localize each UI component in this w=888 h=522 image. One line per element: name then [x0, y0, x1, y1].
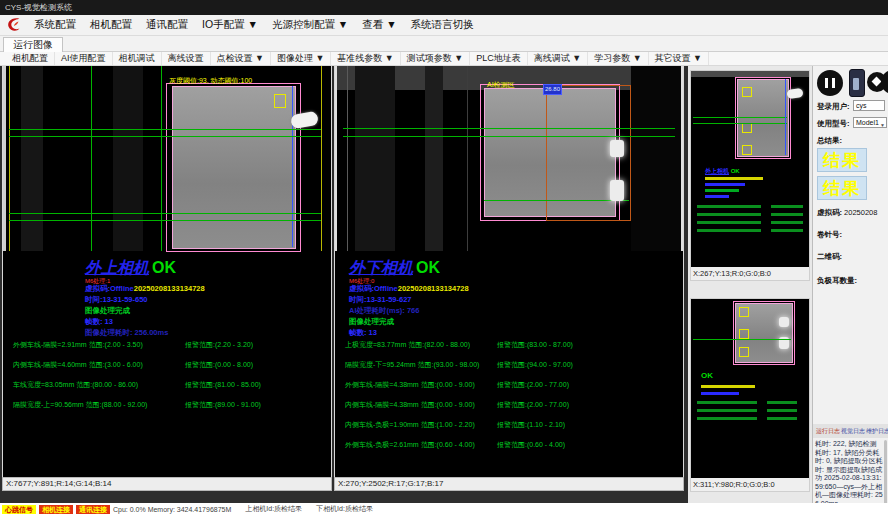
measurement-row: 内侧车线-隔膜=4.38mm 范围:(0.00 - 9.00) 报警范围:(2.… — [345, 400, 663, 410]
ok-status-label: OK — [152, 259, 176, 276]
measure-text: 外侧车线-隔膜=2.91mm 范围:(2.00 - 3.50) — [13, 340, 143, 350]
pixel-coords-upper: X:7677;Y:891;R:14;G:14;B:14 — [2, 477, 332, 491]
mini-row-bar — [771, 205, 803, 208]
comm-connection-badge: 通讯连接 — [76, 505, 110, 514]
tab-run-image[interactable]: 运行图像 — [3, 37, 63, 52]
toolbar: 相机配置 AI使用配置 相机调试 离线设置 点检设置 ▼ 图像处理 ▼ 基准线参… — [0, 52, 888, 66]
frame-count-label: 帧数: 13 — [349, 328, 377, 338]
roi-yellow-box — [739, 307, 749, 317]
pixel-coords-lower: X:270;Y:2502;R:17;G:17;B:17 — [334, 477, 684, 491]
yellow-guide-line — [321, 66, 322, 251]
menu-camera-config[interactable]: 相机配置 — [83, 18, 139, 32]
result-box-1: 结果 — [817, 148, 867, 172]
tool-testitem-params[interactable]: 测试项参数 ▼ — [401, 52, 470, 65]
tab-vision-log[interactable]: 视觉日志 — [841, 427, 865, 436]
measure-text: 车线宽度=83.05mm 范围:(80.00 - 86.00) — [13, 380, 138, 390]
measure-text: 内侧车线-隔膜=4.38mm 范围:(0.00 - 9.00) — [345, 400, 475, 410]
mini-row-bar — [697, 401, 757, 404]
part-image — [172, 86, 296, 249]
mini-row-bar — [767, 409, 797, 412]
mini-text-bar — [701, 392, 739, 395]
model-label: 使用型号: — [817, 119, 850, 129]
measurement-row: 隔膜宽度-上=90.56mm 范围:(88.00 - 92.00) 报警范围:(… — [13, 400, 331, 410]
time-label: 时间:13-31-59-650 — [85, 295, 148, 305]
image-edge — [681, 66, 683, 251]
mini-result-status: OK — [701, 371, 713, 380]
app-logo-icon — [4, 16, 24, 34]
cpu-memory-status: Cpu: 0.0% Memory: 3424.41796875M — [113, 506, 231, 513]
control-sidebar: 登录用户: cys 使用型号: Model1 ▼ 总结果: 结果 结果 虚拟码:… — [812, 66, 888, 503]
image-edge — [335, 66, 337, 251]
roi-yellow-box — [739, 329, 749, 339]
menu-view[interactable]: 查看 ▼ — [355, 18, 403, 32]
measurement-row: 车线宽度=83.05mm 范围:(80.00 - 86.00) 报警范围:(81… — [13, 380, 331, 390]
mini-text-bar — [705, 183, 745, 186]
machine-edge-line — [347, 66, 348, 251]
tool-learning-params[interactable]: 学习参数 ▼ — [588, 52, 648, 65]
blue-edge-line — [785, 79, 786, 155]
user-label: 登录用户: — [817, 102, 850, 112]
lower-camera-status: 下相机Id:质检结果 — [316, 504, 373, 514]
tab-highlight — [610, 180, 624, 201]
tool-ai-config[interactable]: AI使用配置 — [55, 52, 113, 65]
camera-device-button[interactable] — [849, 69, 865, 97]
mini-camera-panel-bottom[interactable]: OK X:311;Y:980;R:0;G:0;B:0 — [690, 298, 810, 492]
process-done-label: 图像处理完成 — [85, 306, 130, 316]
pause-icon — [825, 78, 828, 88]
threshold-overlay-label: 灰度阈值:93, 动态阈值:100 — [169, 76, 252, 86]
green-baseline — [693, 117, 787, 118]
heartbeat-status-badge: 心跳信号 — [2, 505, 36, 514]
green-vertical-line — [91, 66, 92, 251]
measure-text: 内侧车线-隔膜=4.60mm 范围:(3.00 - 6.00) — [13, 360, 143, 370]
tool-spotcheck-setting[interactable]: 点检设置 ▼ — [211, 52, 271, 65]
log-scrollbar[interactable] — [884, 440, 887, 503]
measure-text: 内侧车线-负极=1.90mm 范围:(1.00 - 2.20) — [345, 420, 475, 430]
measure-text: 隔膜宽度-下=95.24mm 范围:(93.00 - 98.00) — [345, 360, 479, 370]
user-input[interactable]: cys — [853, 100, 885, 111]
tool-camera-debug[interactable]: 相机调试 — [113, 52, 162, 65]
tab-highlight — [610, 140, 624, 157]
green-baseline — [484, 200, 629, 201]
tool-image-processing[interactable]: 图像处理 ▼ — [271, 52, 331, 65]
model-select[interactable]: Model1 ▼ — [853, 117, 887, 128]
vcode-value: 20250208 — [844, 208, 877, 217]
mini-camera-panel-top[interactable]: 外上相机 OK X:267;Y:13;R:0;G:0;B:0 — [690, 70, 810, 281]
menu-light-config[interactable]: 光源控制配置 ▼ — [265, 18, 355, 32]
mini-text-bar — [705, 195, 729, 198]
green-baseline — [693, 123, 787, 124]
tool-plc-address[interactable]: PLC地址表 — [470, 52, 528, 65]
pause-button[interactable] — [817, 70, 843, 96]
tab-maintenance-log[interactable]: 维护日志 — [866, 427, 888, 436]
tab-run-log[interactable]: 运行日志 — [816, 427, 840, 436]
tool-other-setting[interactable]: 其它设置 ▼ — [649, 52, 709, 65]
vcode-label: 虚拟码: 20250208 — [817, 208, 877, 218]
machine-edge-line — [467, 66, 468, 251]
menu-language-switch[interactable]: 系统语言切换 — [404, 18, 481, 32]
camera-image-upper[interactable]: 灰度阈值:93, 动态阈值:100 — [3, 66, 331, 251]
green-baseline — [693, 339, 791, 340]
yellow-guide-line — [9, 66, 10, 251]
menu-io-config[interactable]: IO手配置 ▼ — [195, 18, 265, 32]
mini-barcode-bar — [705, 177, 763, 180]
tool-camera-config[interactable]: 相机配置 — [6, 52, 55, 65]
mini-row-bar — [767, 401, 797, 404]
mini-row-bar — [771, 221, 803, 224]
negative-tab-count-label: 负极耳数量: — [817, 276, 857, 286]
tool-baseline-params[interactable]: 基准线参数 ▼ — [331, 52, 400, 65]
barcode-line: 虚拟码:Offline20250208133134728 — [349, 284, 469, 294]
roi-yellow-box — [742, 87, 752, 97]
camera-image-lower[interactable]: AI检测区 26.80 — [335, 66, 683, 251]
upper-camera-status: 上相机Id:质检结果 — [245, 504, 302, 514]
machine-texture — [355, 66, 395, 251]
tool-offline-setting[interactable]: 离线设置 — [162, 52, 211, 65]
measure-text: 隔膜宽度-上=90.56mm 范围:(88.00 - 92.00) — [13, 400, 147, 410]
mini-barcode-bar — [701, 385, 755, 388]
menu-system-config[interactable]: 系统配置 — [27, 18, 83, 32]
menu-comm-config[interactable]: 通讯配置 — [139, 18, 195, 32]
mini-pixel-coords-bottom: X:311;Y:980;R:0;G:0;B:0 — [691, 478, 809, 491]
process-done-label: 图像处理完成 — [349, 317, 394, 327]
tool-offline-debug[interactable]: 离线调试 ▼ — [528, 52, 588, 65]
tab-highlight — [779, 317, 789, 327]
green-baseline — [9, 213, 321, 214]
qrcode-label: 二维码: — [817, 252, 842, 262]
